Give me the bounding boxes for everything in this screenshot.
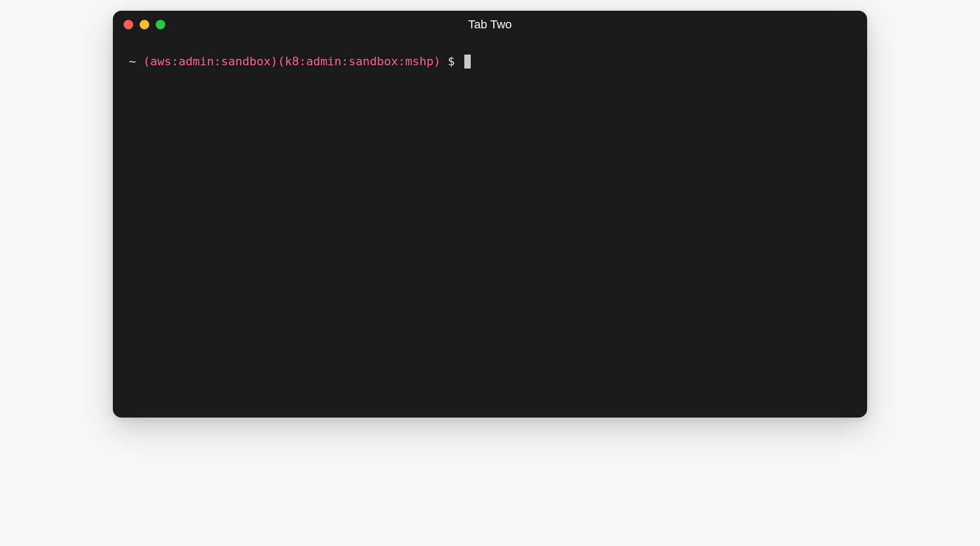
terminal-window: Tab Two ~ (aws:admin:sandbox)(k8:admin:s…: [113, 11, 867, 418]
traffic-lights: [124, 20, 165, 29]
prompt-symbol: $: [441, 54, 462, 70]
close-icon[interactable]: [124, 20, 133, 29]
cursor-icon: [464, 55, 471, 69]
prompt-context: (aws:admin:sandbox)(k8:admin:sandbox:msh…: [143, 54, 441, 70]
prompt-line: ~ (aws:admin:sandbox)(k8:admin:sandbox:m…: [129, 54, 851, 70]
titlebar: Tab Two: [113, 11, 867, 39]
terminal-body[interactable]: ~ (aws:admin:sandbox)(k8:admin:sandbox:m…: [113, 39, 867, 418]
maximize-icon[interactable]: [156, 20, 165, 29]
window-title: Tab Two: [468, 18, 512, 32]
minimize-icon[interactable]: [140, 20, 149, 29]
prompt-cwd: ~: [129, 54, 143, 70]
